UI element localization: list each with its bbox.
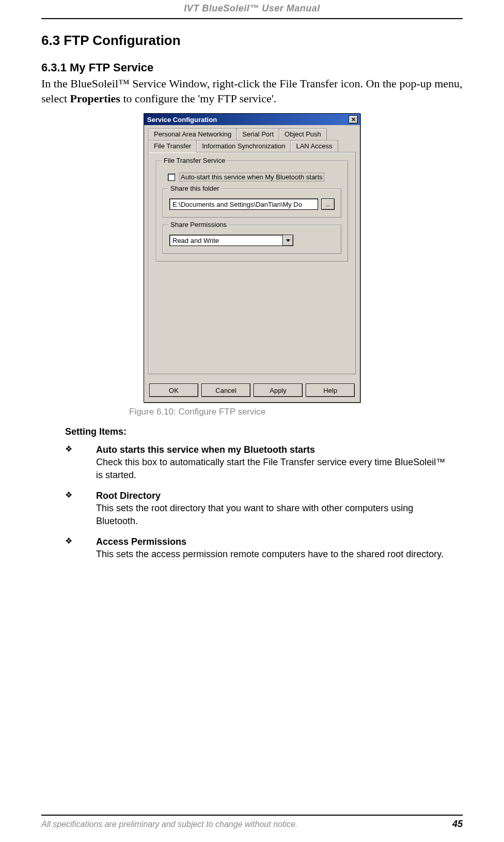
group-share-folder: Share this folder E:\Documents and Setti… — [163, 189, 341, 218]
autostart-label: Auto-start this service when My Bluetoot… — [179, 173, 324, 181]
tab-file-transfer[interactable]: File Transfer — [148, 140, 197, 152]
setting-items-heading: Setting Items: — [65, 426, 463, 437]
setting-item-title: Auto starts this service when my Bluetoo… — [96, 443, 315, 456]
tab-object-push[interactable]: Object Push — [279, 128, 327, 140]
setting-item-title: Access Permissions — [96, 535, 186, 548]
bullet-icon: ❖ — [65, 443, 96, 456]
bullet-icon: ❖ — [65, 489, 96, 502]
setting-item-autostart: ❖ Auto starts this service when my Bluet… — [65, 443, 463, 481]
share-folder-label: Share this folder — [168, 185, 222, 192]
ok-button[interactable]: OK — [149, 384, 198, 397]
chevron-down-icon — [286, 239, 290, 242]
bullet-icon: ❖ — [65, 535, 96, 548]
setting-item-root-directory: ❖ Root Directory This sets the root dire… — [65, 489, 463, 527]
share-folder-input[interactable]: E:\Documents and Settings\DanTian\My Do — [169, 198, 318, 210]
footer-note: All specifications are preliminary and s… — [41, 820, 297, 829]
setting-item-body: This sets the access permission remote c… — [96, 548, 463, 560]
dialog-titlebar[interactable]: Service Configuration ✕ — [144, 114, 360, 125]
close-icon: ✕ — [351, 117, 356, 123]
tab-panel-file-transfer: File Transfer Service Auto-start this se… — [148, 152, 356, 374]
footer-rule — [41, 815, 463, 816]
tab-serial-port[interactable]: Serial Port — [237, 128, 279, 140]
setting-item-body: Check this box to automatically start th… — [96, 456, 463, 481]
intro-paragraph: In the BlueSoleil™ Service Window, right… — [41, 76, 463, 106]
tab-info-sync[interactable]: Information Synchronization — [196, 140, 291, 152]
close-button[interactable]: ✕ — [349, 115, 358, 124]
cancel-button[interactable]: Cancel — [201, 384, 250, 397]
doc-header-title: IVT BlueSoleil™ User Manual — [41, 0, 463, 14]
page-footer: All specifications are preliminary and s… — [41, 815, 463, 830]
autostart-checkbox[interactable] — [168, 174, 175, 181]
service-config-dialog: Service Configuration ✕ Personal Area Ne… — [144, 113, 360, 403]
intro-strong: Properties — [70, 92, 120, 105]
share-perm-label: Share Permissions — [168, 221, 229, 228]
page-number: 45 — [452, 819, 463, 830]
figure-caption: Figure 6.10: Configure FTP service — [129, 407, 463, 417]
browse-button[interactable]: ... — [321, 198, 335, 210]
setting-item-title: Root Directory — [96, 489, 161, 502]
header-rule — [41, 18, 463, 19]
setting-item-access-permissions: ❖ Access Permissions This sets the acces… — [65, 535, 463, 561]
setting-item-body: This sets the root directory that you wa… — [96, 502, 463, 527]
dialog-title: Service Configuration — [147, 116, 217, 124]
section-heading-1: 6.3 FTP Configuration — [41, 33, 463, 49]
group-file-transfer-service: File Transfer Service Auto-start this se… — [156, 161, 348, 262]
share-perm-value: Read and Write — [169, 235, 283, 246]
tab-pan[interactable]: Personal Area Networking — [148, 128, 237, 140]
combo-dropdown-button[interactable] — [283, 235, 293, 246]
share-perm-combo[interactable]: Read and Write — [169, 235, 293, 246]
intro-text-b: to configure the 'my FTP service'. — [120, 92, 276, 105]
apply-button[interactable]: Apply — [254, 384, 303, 397]
group-share-permissions: Share Permissions Read and Write — [163, 225, 341, 254]
help-button[interactable]: Help — [306, 384, 355, 397]
group-label-main: File Transfer Service — [162, 157, 227, 164]
section-heading-2: 6.3.1 My FTP Service — [41, 61, 463, 74]
tab-lan-access[interactable]: LAN Access — [290, 140, 338, 152]
